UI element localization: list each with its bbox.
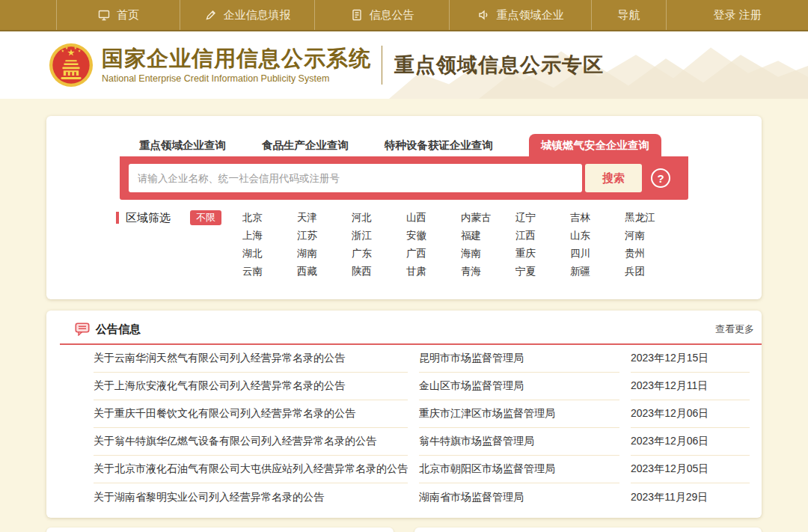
province-option[interactable]: 贵州 — [625, 245, 679, 263]
province-grid: 北京 天津 河北 山西 内蒙古 辽宁 吉林 黑龙江 上海 江苏 浙江 安徽 福建… — [242, 209, 679, 281]
province-option[interactable]: 天津 — [297, 209, 352, 227]
site-title: 国家企业信用信息公示系统 — [102, 46, 371, 71]
province-option[interactable]: 黑龙江 — [625, 209, 679, 227]
monitor-icon — [97, 8, 111, 22]
province-option[interactable]: 江西 — [515, 227, 570, 245]
province-option[interactable]: 重庆 — [515, 245, 570, 263]
nav-spacer — [0, 0, 56, 30]
nav-item-navigation[interactable]: 导航 — [591, 0, 666, 30]
province-option[interactable]: 河北 — [352, 209, 406, 227]
province-option[interactable]: 海南 — [461, 245, 515, 263]
announcement-agency: 北京市朝阳区市场监督管理局 — [419, 456, 619, 483]
announcement-bubble-icon — [75, 322, 90, 336]
province-option[interactable]: 青海 — [461, 263, 515, 281]
header-divider — [382, 46, 382, 85]
next-section-card-left — [46, 528, 394, 532]
province-option[interactable]: 湖南 — [297, 245, 352, 263]
search-button[interactable]: 搜索 — [585, 164, 642, 192]
announcement-agency: 金山区市场监督管理局 — [419, 373, 619, 400]
region-filter-label: 区域筛选 — [126, 209, 171, 227]
province-option[interactable]: 山东 — [570, 227, 625, 245]
view-more-link[interactable]: 查看更多 — [715, 322, 754, 336]
announcement-title-link[interactable]: 关于重庆千田餐饮文化有限公司列入经营异常名录的公告 — [94, 400, 408, 428]
section-zone-title: 重点领域信息公示专区 — [394, 52, 604, 79]
announcement-agency: 翁牛特旗市场监督管理局 — [419, 428, 619, 456]
site-subtitle: National Enterprise Credit Information P… — [102, 73, 371, 84]
search-input[interactable] — [129, 164, 582, 192]
region-option-unlimited[interactable]: 不限 — [190, 210, 221, 225]
province-option[interactable]: 吉林 — [570, 209, 625, 227]
table-row: 关于上海欣安液化气有限公司列入经营异常名录的公告 金山区市场监督管理局 2023… — [94, 373, 750, 400]
province-option[interactable]: 兵团 — [625, 263, 679, 281]
province-option[interactable]: 上海 — [242, 227, 297, 245]
announcements-card: 公告信息 查看更多 关于云南华润天然气有限公司列入经营异常名录的公告 昆明市市场… — [46, 311, 762, 518]
province-option[interactable]: 内蒙古 — [461, 209, 515, 227]
site-brand: 国家企业信用信息公示系统 National Enterprise Credit … — [48, 42, 371, 88]
nav-item-key-field-enterprises[interactable]: 重点领域企业 — [449, 0, 591, 30]
query-tabs: 重点领域企业查询 食品生产企业查询 特种设备获证企业查询 城镇燃气安全企业查询 — [139, 134, 762, 156]
province-option[interactable]: 安徽 — [406, 227, 461, 245]
top-nav: 首页 企业信息填报 信息公告 重点领域企业 导航 登录 注册 — [0, 0, 808, 31]
national-emblem-logo — [48, 42, 94, 88]
pen-icon — [204, 8, 218, 22]
announcement-title-link[interactable]: 关于湖南省黎明实业公司列入经营异常名录的公告 — [94, 483, 408, 511]
announcements-header: 公告信息 查看更多 — [46, 319, 762, 339]
brand-text: 国家企业信用信息公示系统 National Enterprise Credit … — [102, 46, 371, 83]
province-option[interactable]: 江苏 — [297, 227, 352, 245]
province-option[interactable]: 陕西 — [352, 263, 406, 281]
next-section-card-right — [414, 528, 762, 532]
search-card: 重点领域企业查询 食品生产企业查询 特种设备获证企业查询 城镇燃气安全企业查询 … — [46, 116, 762, 299]
province-option[interactable]: 广东 — [352, 245, 406, 263]
nav-item-label: 首页 — [117, 8, 139, 22]
announcement-date: 2023年12月06日 — [631, 400, 750, 428]
region-filter: 区域筛选 不限 北京 天津 河北 山西 内蒙古 辽宁 吉林 黑龙江 上海 江苏 … — [46, 209, 762, 281]
tab-key-field-enterprise-query[interactable]: 重点领域企业查询 — [139, 134, 226, 156]
tab-special-equipment-certified-query[interactable]: 特种设备获证企业查询 — [385, 134, 493, 156]
province-option[interactable]: 北京 — [242, 209, 297, 227]
province-option[interactable]: 山西 — [406, 209, 461, 227]
province-option[interactable]: 河南 — [625, 227, 679, 245]
nav-item-enterprise-filing[interactable]: 企业信息填报 — [180, 0, 314, 30]
nav-item-label: 导航 — [618, 8, 640, 22]
nav-item-information-notice[interactable]: 信息公告 — [314, 0, 449, 30]
announcements-title: 公告信息 — [96, 322, 141, 337]
tab-food-production-enterprise-query[interactable]: 食品生产企业查询 — [262, 134, 349, 156]
table-row: 关于北京市液化石油气有限公司大屯供应站列入经营异常名录的公告 北京市朝阳区市场监… — [94, 456, 750, 483]
announcement-date: 2023年12月11日 — [631, 373, 750, 400]
help-glyph: ? — [657, 172, 664, 185]
announcement-agency: 昆明市市场监督管理局 — [419, 345, 619, 373]
province-option[interactable]: 甘肃 — [406, 263, 461, 281]
document-icon — [350, 8, 364, 22]
province-option[interactable]: 福建 — [461, 227, 515, 245]
province-option[interactable]: 湖北 — [242, 245, 297, 263]
tab-urban-gas-safety-enterprise-query[interactable]: 城镇燃气安全企业查询 — [529, 134, 661, 156]
announcement-date: 2023年12月05日 — [631, 456, 750, 483]
province-option[interactable]: 云南 — [242, 263, 297, 281]
table-row: 关于云南华润天然气有限公司列入经营异常名录的公告 昆明市市场监督管理局 2023… — [94, 345, 750, 373]
nav-item-login-register[interactable]: 登录 注册 — [666, 0, 808, 30]
help-icon[interactable]: ? — [651, 168, 670, 188]
nav-item-label: 信息公告 — [370, 8, 414, 22]
region-accent-bar — [116, 212, 119, 224]
announcement-date: 2023年12月15日 — [631, 345, 750, 373]
province-option[interactable]: 宁夏 — [515, 263, 570, 281]
main-content: 重点领域企业查询 食品生产企业查询 特种设备获证企业查询 城镇燃气安全企业查询 … — [0, 99, 808, 532]
announcement-title-link[interactable]: 关于上海欣安液化气有限公司列入经营异常名录的公告 — [94, 373, 408, 400]
nav-item-label: 企业信息填报 — [224, 8, 291, 22]
table-row: 关于翁牛特旗华亿燃气设备有限公司列入经营异常名录的公告 翁牛特旗市场监督管理局 … — [94, 428, 750, 456]
province-option[interactable]: 广西 — [406, 245, 461, 263]
nav-item-home[interactable]: 首页 — [56, 0, 180, 30]
announcements-table: 关于云南华润天然气有限公司列入经营异常名录的公告 昆明市市场监督管理局 2023… — [46, 345, 762, 511]
province-option[interactable]: 新疆 — [570, 263, 625, 281]
announcement-title-link[interactable]: 关于翁牛特旗华亿燃气设备有限公司列入经营异常名录的公告 — [94, 428, 408, 456]
next-section-cards — [46, 528, 762, 532]
search-bar: 搜索 ? — [120, 156, 688, 200]
table-row: 关于湖南省黎明实业公司列入经营异常名录的公告 湖南省市场监督管理局 2023年1… — [94, 483, 750, 511]
province-option[interactable]: 四川 — [570, 245, 625, 263]
announcement-agency: 湖南省市场监督管理局 — [419, 483, 619, 511]
announcement-title-link[interactable]: 关于云南华润天然气有限公司列入经营异常名录的公告 — [94, 345, 408, 373]
province-option[interactable]: 浙江 — [352, 227, 406, 245]
province-option[interactable]: 辽宁 — [515, 209, 570, 227]
announcement-title-link[interactable]: 关于北京市液化石油气有限公司大屯供应站列入经营异常名录的公告 — [94, 456, 408, 483]
province-option[interactable]: 西藏 — [297, 263, 352, 281]
